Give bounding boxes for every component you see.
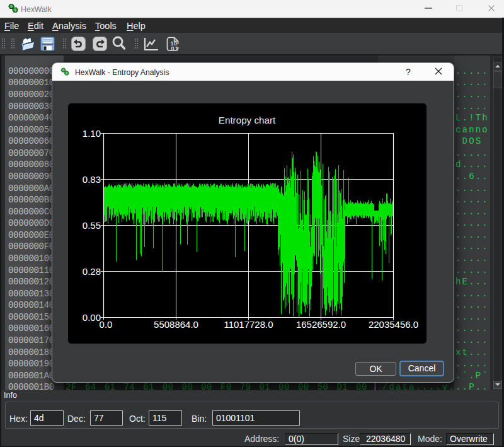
svg-text:0.00: 0.00 xyxy=(83,312,101,323)
svg-text:0: 0 xyxy=(62,68,64,72)
svg-text:5508864.0: 5508864.0 xyxy=(154,319,198,330)
svg-text:0.55: 0.55 xyxy=(83,220,101,231)
svg-text:0.0: 0.0 xyxy=(100,319,113,330)
svg-text:0: 0 xyxy=(171,45,175,52)
svg-text:22035456.0: 22035456.0 xyxy=(369,319,418,330)
svg-text:1: 1 xyxy=(175,45,178,52)
svg-text:0.28: 0.28 xyxy=(83,266,101,277)
svg-text:1: 1 xyxy=(14,8,16,12)
svg-text:16526592.0: 16526592.0 xyxy=(296,319,346,330)
svg-text:1: 1 xyxy=(66,71,67,75)
svg-text:11017728.0: 11017728.0 xyxy=(224,319,273,330)
svg-text:Entropy chart: Entropy chart xyxy=(219,115,276,125)
svg-text:1.10: 1.10 xyxy=(83,128,101,139)
svg-text:0.83: 0.83 xyxy=(83,174,101,185)
svg-text:0: 0 xyxy=(10,4,12,8)
